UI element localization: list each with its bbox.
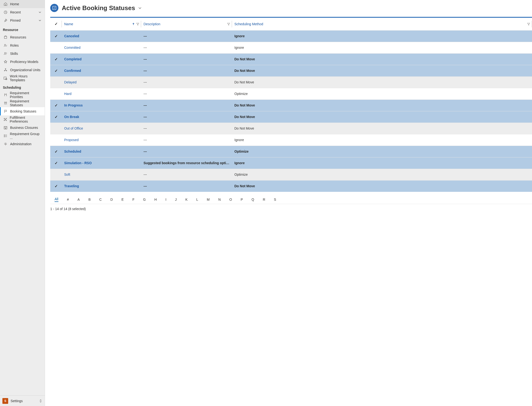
alpha-filter-g[interactable]: G bbox=[143, 198, 146, 202]
row-select-cell[interactable] bbox=[50, 169, 62, 180]
record-link[interactable]: Confirmed bbox=[64, 69, 81, 72]
record-link[interactable]: Hard bbox=[64, 92, 71, 96]
alpha-filter-r[interactable]: R bbox=[263, 198, 265, 202]
alpha-filter-p[interactable]: P bbox=[241, 198, 243, 202]
record-link[interactable]: In Progress bbox=[64, 103, 83, 107]
area-switcher[interactable]: S Settings bbox=[0, 395, 45, 406]
nav-work-hours[interactable]: Work Hours Templates bbox=[0, 74, 45, 82]
alpha-filter-a[interactable]: A bbox=[77, 198, 80, 202]
table-row[interactable]: Delayed---Do Not Move bbox=[50, 76, 532, 88]
nav-administration[interactable]: Administration bbox=[0, 140, 45, 148]
row-select-cell[interactable] bbox=[50, 76, 62, 88]
alpha-filter-k[interactable]: K bbox=[185, 198, 188, 202]
table-row[interactable]: ✓Confirmed---Do Not Move bbox=[50, 65, 532, 76]
nav-req-group[interactable]: Requirement Group ... bbox=[0, 132, 45, 140]
alpha-filter-s[interactable]: S bbox=[274, 198, 276, 202]
alpha-filter-f[interactable]: F bbox=[132, 198, 135, 202]
row-select-cell[interactable] bbox=[50, 134, 62, 146]
svg-point-4 bbox=[5, 68, 6, 69]
nav-fulfillment-prefs[interactable]: Fulfillment Preferences bbox=[0, 115, 45, 123]
record-link[interactable]: Simulation - RSO bbox=[64, 161, 92, 165]
row-select-cell[interactable] bbox=[50, 123, 62, 134]
filter-icon[interactable] bbox=[136, 22, 139, 25]
record-link[interactable]: Proposed bbox=[64, 138, 79, 142]
table-row[interactable]: ✓Simulation - RSOSuggested bookings from… bbox=[50, 157, 532, 169]
row-select-cell[interactable]: ✓ bbox=[50, 111, 62, 123]
nav-req-statuses[interactable]: Requirement Statuses bbox=[0, 99, 45, 107]
alpha-filter-b[interactable]: B bbox=[88, 198, 91, 202]
nav-label: Recent bbox=[10, 10, 21, 14]
nav-booking-statuses[interactable]: Booking Statuses bbox=[0, 107, 45, 115]
method-cell: Ignore bbox=[232, 134, 532, 146]
column-name[interactable]: Name bbox=[62, 18, 141, 30]
alpha-filter-all[interactable]: All bbox=[55, 197, 58, 202]
record-link[interactable]: Traveling bbox=[64, 184, 79, 188]
alpha-filter-bar: All#ABCDEFGHIJKLMNOPQRS bbox=[50, 194, 532, 204]
alpha-filter-q[interactable]: Q bbox=[251, 198, 254, 202]
alpha-filter-c[interactable]: C bbox=[99, 198, 102, 202]
record-link[interactable]: Scheduled bbox=[64, 150, 81, 153]
row-select-cell[interactable]: ✓ bbox=[50, 53, 62, 65]
select-all-header[interactable]: ✓ bbox=[50, 18, 62, 30]
record-link[interactable]: Soft bbox=[64, 173, 70, 176]
row-select-cell[interactable] bbox=[50, 42, 62, 53]
table-row[interactable]: ✓In Progress---Do Not Move bbox=[50, 100, 532, 111]
nav-resources[interactable]: Resources bbox=[0, 33, 45, 41]
alpha-filter-i[interactable]: I bbox=[165, 198, 166, 202]
nav-home[interactable]: Home bbox=[0, 0, 45, 8]
table-row[interactable]: Out of Office---Do Not Move bbox=[50, 123, 532, 134]
nav-recent[interactable]: Recent bbox=[0, 8, 45, 16]
home-icon bbox=[3, 2, 8, 6]
chevron-down-icon[interactable] bbox=[138, 6, 142, 10]
alpha-filter-#[interactable]: # bbox=[67, 198, 69, 202]
row-select-cell[interactable] bbox=[50, 88, 62, 100]
table-row[interactable]: Hard---Optimize bbox=[50, 88, 532, 100]
alpha-filter-m[interactable]: M bbox=[207, 198, 210, 202]
nav-pinned[interactable]: Pinned bbox=[0, 16, 45, 24]
record-link[interactable]: On Break bbox=[64, 115, 79, 119]
record-link[interactable]: Delayed bbox=[64, 80, 76, 84]
alpha-filter-j[interactable]: J bbox=[175, 198, 177, 202]
nav-req-priorities[interactable]: Requirement Priorities bbox=[0, 91, 45, 99]
table-row[interactable]: Proposed---Ignore bbox=[50, 134, 532, 146]
nav-roles[interactable]: Roles bbox=[0, 41, 45, 50]
alpha-filter-o[interactable]: O bbox=[229, 198, 232, 202]
name-cell: Delayed bbox=[62, 76, 141, 88]
column-description[interactable]: Description bbox=[141, 18, 232, 30]
row-select-cell[interactable]: ✓ bbox=[50, 157, 62, 169]
name-cell: On Break bbox=[62, 111, 141, 123]
row-select-cell[interactable]: ✓ bbox=[50, 30, 62, 42]
record-link[interactable]: Out of Office bbox=[64, 126, 83, 130]
check-icon: ✓ bbox=[55, 161, 58, 165]
nav-org-units[interactable]: Organizational Units bbox=[0, 66, 45, 74]
record-link[interactable]: Committed bbox=[64, 46, 80, 50]
row-select-cell[interactable]: ✓ bbox=[50, 65, 62, 76]
table-row[interactable]: ✓Completed---Do Not Move bbox=[50, 53, 532, 65]
table-row[interactable]: Committed---Ignore bbox=[50, 42, 532, 53]
description-cell: --- bbox=[141, 42, 232, 53]
nav-business-closures[interactable]: Business Closures bbox=[0, 123, 45, 132]
filter-icon[interactable] bbox=[227, 22, 230, 25]
table-row[interactable]: ✓Traveling---Do Not Move bbox=[50, 180, 532, 192]
filter-icon[interactable] bbox=[527, 22, 530, 25]
alpha-filter-l[interactable]: L bbox=[196, 198, 198, 202]
alpha-filter-h[interactable]: H bbox=[154, 198, 157, 202]
row-select-cell[interactable]: ✓ bbox=[50, 146, 62, 157]
table-row[interactable]: ✓Canceled---Ignore bbox=[50, 30, 532, 42]
row-select-cell[interactable]: ✓ bbox=[50, 100, 62, 111]
alpha-filter-d[interactable]: D bbox=[110, 198, 113, 202]
nav-label: Requirement Statuses bbox=[10, 99, 41, 107]
alpha-filter-e[interactable]: E bbox=[121, 198, 124, 202]
alpha-filter-n[interactable]: N bbox=[218, 198, 221, 202]
row-select-cell[interactable]: ✓ bbox=[50, 180, 62, 192]
record-link[interactable]: Completed bbox=[64, 57, 81, 61]
nav-proficiency-models[interactable]: Proficiency Models bbox=[0, 58, 45, 66]
record-link[interactable]: Canceled bbox=[64, 34, 79, 38]
column-method[interactable]: Scheduling Method bbox=[232, 18, 532, 30]
svg-point-10 bbox=[6, 102, 7, 103]
nav-skills[interactable]: Skills bbox=[0, 50, 45, 58]
table-row[interactable]: Soft---Optimize bbox=[50, 169, 532, 180]
table-row[interactable]: ✓Scheduled---Optimize bbox=[50, 146, 532, 157]
view-title[interactable]: Active Booking Statuses bbox=[62, 4, 135, 12]
table-row[interactable]: ✓On Break---Do Not Move bbox=[50, 111, 532, 123]
